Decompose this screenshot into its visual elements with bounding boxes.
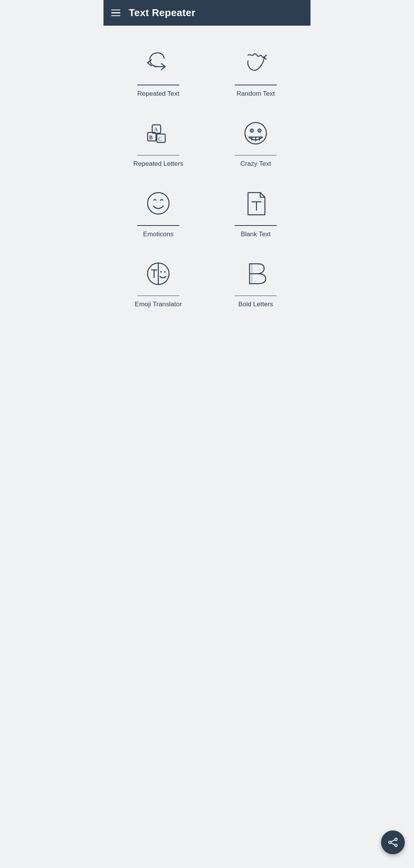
bold-letters-underline: [235, 296, 277, 296]
svg-point-16: [148, 193, 169, 214]
emoticons-item[interactable]: Emoticons: [110, 175, 207, 246]
random-text-item[interactable]: Random Text: [207, 35, 304, 105]
features-grid: Repeated Text Random Text B C: [104, 26, 310, 325]
menu-button[interactable]: [111, 10, 120, 16]
svg-text:B: B: [149, 135, 153, 141]
random-text-underline: [235, 85, 277, 85]
emoticons-label: Emoticons: [143, 230, 173, 238]
repeated-text-label: Repeated Text: [137, 90, 179, 98]
svg-point-24: [164, 271, 166, 273]
crazy-text-underline: [235, 155, 277, 156]
bold-letters-item[interactable]: Bold Letters: [207, 246, 304, 316]
emoji-translator-label: Emoji Translator: [135, 301, 182, 308]
svg-text:A: A: [154, 127, 158, 132]
emoticons-underline: [137, 225, 179, 226]
emoticons-icon: [141, 186, 176, 221]
crazy-text-item[interactable]: Crazy Text: [207, 105, 304, 176]
random-text-icon: [238, 46, 273, 80]
repeated-letters-label: Repeated Letters: [133, 160, 183, 168]
repeated-text-icon: [141, 46, 176, 80]
repeated-letters-underline: [137, 155, 179, 156]
emoji-translator-item[interactable]: Emoji Translator: [110, 246, 207, 316]
repeated-letters-item[interactable]: B C A Repeated Letters: [110, 105, 207, 176]
crazy-text-label: Crazy Text: [240, 160, 271, 168]
svg-point-23: [160, 271, 162, 273]
blank-text-icon: [238, 186, 273, 221]
blank-text-underline: [235, 225, 277, 226]
blank-text-label: Blank Text: [241, 230, 271, 238]
repeated-text-underline: [137, 85, 179, 85]
repeated-text-item[interactable]: Repeated Text: [110, 35, 207, 105]
app-header: Text Repeater: [104, 0, 310, 26]
app-title: Text Repeater: [129, 7, 196, 19]
bold-letters-label: Bold Letters: [238, 301, 273, 308]
repeated-letters-icon: B C A: [141, 116, 176, 150]
crazy-text-icon: [238, 116, 273, 150]
emoji-translator-icon: [141, 257, 176, 291]
random-text-label: Random Text: [237, 90, 275, 98]
blank-text-item[interactable]: Blank Text: [207, 175, 304, 246]
svg-point-10: [251, 130, 253, 131]
emoji-translator-underline: [137, 296, 179, 296]
bold-letters-icon: [238, 257, 273, 291]
svg-point-11: [259, 130, 260, 131]
svg-text:C: C: [158, 136, 162, 142]
